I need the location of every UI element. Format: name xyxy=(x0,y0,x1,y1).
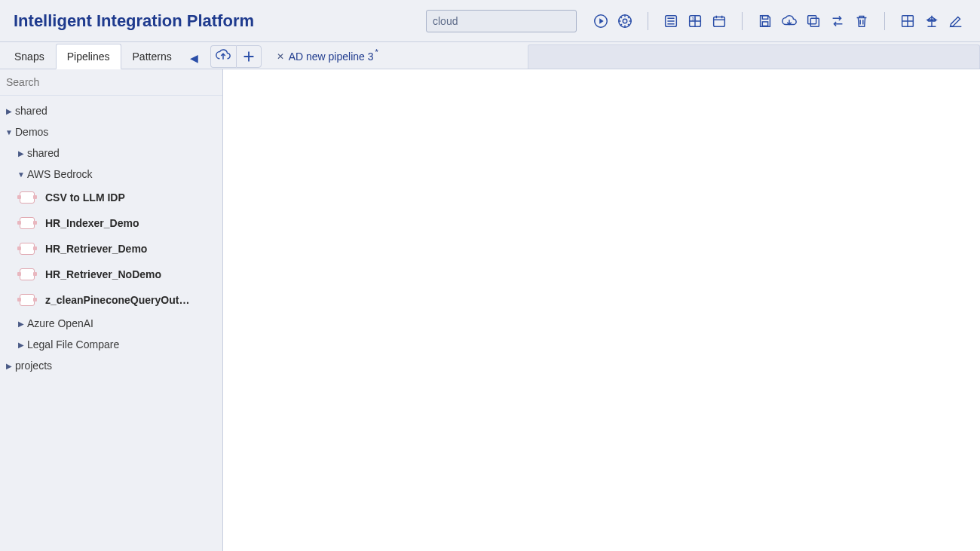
chevron-right-icon: ▶ xyxy=(3,362,15,370)
save-icon[interactable] xyxy=(755,11,776,32)
tree-node-demos[interactable]: ▼ Demos xyxy=(0,121,222,142)
top-search-input[interactable] xyxy=(426,10,577,32)
play-circle-icon[interactable] xyxy=(590,11,611,32)
edit-icon[interactable] xyxy=(945,11,966,32)
chevron-right-icon: ▶ xyxy=(15,341,27,349)
tree-label: Legal File Compare xyxy=(27,338,119,350)
tree-label: shared xyxy=(15,105,47,117)
toolbar: 31 xyxy=(577,11,980,32)
pipeline-icon xyxy=(17,292,38,308)
chevron-right-icon: ▶ xyxy=(15,320,27,328)
tree-node-projects[interactable]: ▶ projects xyxy=(0,355,222,376)
import-icon[interactable] xyxy=(210,45,236,68)
pipeline-label: HR_Retriever_NoDemo xyxy=(45,268,161,280)
trash-icon[interactable] xyxy=(851,11,872,32)
tree-label: Azure OpenAI xyxy=(27,317,93,329)
add-icon[interactable] xyxy=(236,45,262,68)
cloud-download-icon[interactable] xyxy=(779,11,800,32)
second-bar: Snaps Pipelines Patterns ◀ ✕ AD new pipe… xyxy=(0,42,980,69)
tree-label: Demos xyxy=(15,126,48,138)
svg-rect-6 xyxy=(714,17,725,26)
unsaved-indicator-icon: * xyxy=(375,47,378,57)
tab-patterns[interactable]: Patterns xyxy=(121,44,183,69)
top-bar: Intelligent Integration Platform 31 xyxy=(0,0,980,42)
sidebar-tabs: Snaps Pipelines Patterns ◀ xyxy=(0,42,206,69)
open-pipeline-label: AD new pipeline 3 xyxy=(289,51,374,63)
pipeline-item[interactable]: z_cleanPineconeQueryOut… xyxy=(0,287,222,313)
copy-icon[interactable] xyxy=(803,11,824,32)
tree-label: AWS Bedrock xyxy=(27,168,93,180)
pipeline-label: z_cleanPineconeQueryOut… xyxy=(45,294,189,306)
sidebar-search-input[interactable] xyxy=(5,75,215,89)
tree-label: shared xyxy=(27,147,60,159)
pipeline-icon xyxy=(17,189,38,206)
tab-pipelines[interactable]: Pipelines xyxy=(56,44,121,69)
inactive-tab-area xyxy=(528,44,980,69)
tab-snaps[interactable]: Snaps xyxy=(3,44,56,69)
pipeline-canvas[interactable] xyxy=(223,69,980,551)
tree-node-legal[interactable]: ▶ Legal File Compare xyxy=(0,334,222,355)
tree-label: projects xyxy=(15,360,52,372)
tree-node-shared[interactable]: ▶ shared xyxy=(0,100,222,121)
grid-icon[interactable]: 31 xyxy=(684,11,706,32)
svg-rect-7 xyxy=(762,15,767,19)
pipeline-label: HR_Indexer_Demo xyxy=(45,217,139,229)
pipeline-item[interactable]: HR_Indexer_Demo xyxy=(0,210,222,236)
chevron-right-icon: ▶ xyxy=(3,107,15,115)
svg-rect-9 xyxy=(810,18,819,26)
app-title: Intelligent Integration Platform xyxy=(0,11,268,31)
tree-node-aws-bedrock[interactable]: ▼ AWS Bedrock xyxy=(0,164,222,185)
svg-point-2 xyxy=(623,19,627,23)
scale-icon[interactable] xyxy=(921,11,942,32)
pipeline-label: HR_Retriever_Demo xyxy=(45,243,147,255)
top-search xyxy=(426,10,577,32)
chevron-down-icon: ▼ xyxy=(3,128,15,136)
collapse-sidebar-icon[interactable]: ◀ xyxy=(183,47,206,69)
pipeline-icon xyxy=(17,266,38,283)
pipeline-label: CSV to LLM IDP xyxy=(45,191,125,204)
swap-icon[interactable] xyxy=(827,11,848,32)
calendar-icon[interactable] xyxy=(709,11,730,32)
pipeline-item[interactable]: CSV to LLM IDP xyxy=(0,185,222,210)
pipeline-icon xyxy=(17,215,38,231)
pipeline-icon xyxy=(17,240,38,257)
svg-text:31: 31 xyxy=(691,17,696,21)
tree-node-azure[interactable]: ▶ Azure OpenAI xyxy=(0,313,222,334)
svg-rect-10 xyxy=(808,15,816,23)
chevron-down-icon: ▼ xyxy=(15,170,27,179)
open-pipeline-tab[interactable]: ✕ AD new pipeline 3 * xyxy=(269,44,386,69)
chevron-right-icon: ▶ xyxy=(15,149,27,158)
tree-node-demos-shared[interactable]: ▶ shared xyxy=(0,142,222,164)
pipeline-item[interactable]: HR_Retriever_NoDemo xyxy=(0,262,222,287)
close-tab-icon[interactable]: ✕ xyxy=(277,51,284,62)
pipeline-tree: ▶ shared ▼ Demos ▶ shared ▼ AWS Bedrock … xyxy=(0,96,222,381)
svg-rect-8 xyxy=(762,21,767,25)
pipeline-item[interactable]: HR_Retriever_Demo xyxy=(0,236,222,262)
list-icon[interactable] xyxy=(660,11,681,32)
layout-icon[interactable] xyxy=(897,11,918,32)
sidebar: ▶ shared ▼ Demos ▶ shared ▼ AWS Bedrock … xyxy=(0,69,223,551)
gear-circle-icon[interactable] xyxy=(614,11,635,32)
